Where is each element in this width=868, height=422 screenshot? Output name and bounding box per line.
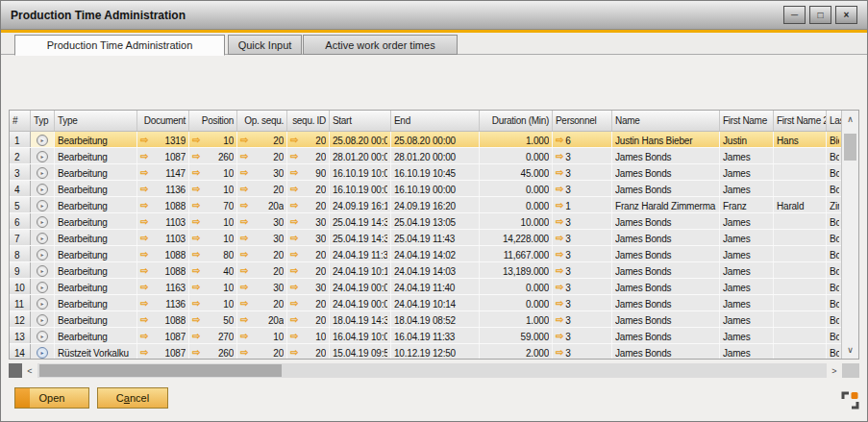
link-arrow-icon[interactable]: ⇨ xyxy=(240,283,248,292)
column-header-end[interactable]: End xyxy=(391,111,480,131)
link-arrow-icon[interactable]: ⇨ xyxy=(290,315,298,325)
column-header-position[interactable]: Position xyxy=(189,111,237,131)
link-arrow-icon[interactable]: ⇨ xyxy=(192,266,200,276)
vertical-scroll-thumb[interactable] xyxy=(844,134,856,161)
column-header-first-name[interactable]: First Name xyxy=(720,111,774,131)
link-arrow-icon[interactable]: ⇨ xyxy=(240,315,248,325)
link-arrow-icon[interactable]: ⇨ xyxy=(240,234,248,243)
link-arrow-icon[interactable]: ⇨ xyxy=(240,348,248,358)
column-header-num[interactable]: # xyxy=(10,111,31,131)
table-row[interactable]: 3▸Bearbeitung⇨1147⇨10⇨30⇨9016.10.19 10:0… xyxy=(10,164,843,181)
link-arrow-icon[interactable]: ⇨ xyxy=(556,266,563,276)
link-arrow-icon[interactable]: ⇨ xyxy=(240,299,248,309)
table-row[interactable]: 10▸Bearbeitung⇨1163⇨10⇨30⇨3024.04.19 00:… xyxy=(10,279,843,295)
column-header-document[interactable]: Document xyxy=(137,111,189,131)
link-arrow-icon[interactable]: ⇨ xyxy=(140,217,148,227)
link-arrow-icon[interactable]: ⇨ xyxy=(556,348,563,358)
link-arrow-icon[interactable]: ⇨ xyxy=(290,250,298,260)
link-arrow-icon[interactable]: ⇨ xyxy=(192,152,200,161)
tab-production-time-administration[interactable]: Production Time Administration xyxy=(14,35,225,56)
tab-quick-input[interactable]: Quick Input xyxy=(228,35,302,55)
scroll-up-icon[interactable]: ∧ xyxy=(842,111,858,128)
link-arrow-icon[interactable]: ⇨ xyxy=(140,332,148,341)
table-row[interactable]: 11▸Bearbeitung⇨1136⇨10⇨20⇨2024.04.19 00:… xyxy=(10,295,843,311)
link-arrow-icon[interactable]: ⇨ xyxy=(290,201,298,211)
column-header-personnel[interactable]: Personnel xyxy=(553,111,612,131)
link-arrow-icon[interactable]: ⇨ xyxy=(290,185,298,194)
table-row[interactable]: 2▸Bearbeitung⇨1087⇨260⇨20⇨2028.01.20 00:… xyxy=(10,148,843,164)
link-arrow-icon[interactable]: ⇨ xyxy=(192,136,200,145)
link-arrow-icon[interactable]: ⇨ xyxy=(192,299,200,309)
table-row[interactable]: 4▸Bearbeitung⇨1136⇨10⇨20⇨2016.10.19 00:0… xyxy=(10,181,843,197)
link-arrow-icon[interactable]: ⇨ xyxy=(556,185,563,194)
table-row[interactable]: 9▸Bearbeitung⇨1088⇨40⇨20⇨2024.04.19 10:1… xyxy=(10,262,843,279)
link-arrow-icon[interactable]: ⇨ xyxy=(240,266,248,276)
column-header-name[interactable]: Name xyxy=(612,111,720,131)
table-row[interactable]: 14▸Rüstzeit Vorkalku⇨1087⇨260⇨20⇨2015.04… xyxy=(10,344,843,360)
tab-active-work-order-times[interactable]: Active work order times xyxy=(303,35,458,55)
link-arrow-icon[interactable]: ⇨ xyxy=(140,266,148,276)
link-arrow-icon[interactable]: ⇨ xyxy=(556,332,563,341)
link-arrow-icon[interactable]: ⇨ xyxy=(556,217,563,227)
link-arrow-icon[interactable]: ⇨ xyxy=(192,283,200,292)
link-arrow-icon[interactable]: ⇨ xyxy=(290,168,298,178)
link-arrow-icon[interactable]: ⇨ xyxy=(140,348,148,358)
table-row[interactable]: 7▸Bearbeitung⇨1103⇨10⇨30⇨3025.04.19 14:3… xyxy=(10,230,843,246)
title-bar[interactable]: Production Time Administration ─ □ × xyxy=(1,1,867,30)
horizontal-scroll-track[interactable] xyxy=(37,363,827,378)
column-header-type[interactable]: Type xyxy=(55,111,137,131)
table-row[interactable]: 5▸Bearbeitung⇨1088⇨70⇨20a⇨2024.09.19 16:… xyxy=(10,197,843,213)
link-arrow-icon[interactable]: ⇨ xyxy=(192,168,200,178)
link-arrow-icon[interactable]: ⇨ xyxy=(192,315,200,325)
link-arrow-icon[interactable]: ⇨ xyxy=(240,168,248,178)
link-arrow-icon[interactable]: ⇨ xyxy=(556,201,563,211)
link-arrow-icon[interactable]: ⇨ xyxy=(556,250,563,260)
scroll-left-icon[interactable]: < xyxy=(22,363,37,378)
link-arrow-icon[interactable]: ⇨ xyxy=(240,136,248,145)
link-arrow-icon[interactable]: ⇨ xyxy=(290,266,298,276)
link-arrow-icon[interactable]: ⇨ xyxy=(140,136,148,145)
link-arrow-icon[interactable]: ⇨ xyxy=(192,201,200,211)
link-arrow-icon[interactable]: ⇨ xyxy=(192,332,200,341)
column-header-typ[interactable]: Typ xyxy=(31,111,55,131)
link-arrow-icon[interactable]: ⇨ xyxy=(140,283,148,292)
link-arrow-icon[interactable]: ⇨ xyxy=(240,185,248,194)
link-arrow-icon[interactable]: ⇨ xyxy=(240,250,248,260)
table-row[interactable]: 6▸Bearbeitung⇨1103⇨10⇨30⇨3025.04.19 14:3… xyxy=(10,213,843,230)
link-arrow-icon[interactable]: ⇨ xyxy=(290,217,298,227)
link-arrow-icon[interactable]: ⇨ xyxy=(556,152,563,161)
link-arrow-icon[interactable]: ⇨ xyxy=(290,152,298,161)
cancel-button[interactable]: Cancel xyxy=(97,387,168,409)
link-arrow-icon[interactable]: ⇨ xyxy=(240,332,248,341)
link-arrow-icon[interactable]: ⇨ xyxy=(140,152,148,161)
table-row[interactable]: 12▸Bearbeitung⇨1088⇨50⇨20a⇨2018.04.19 14… xyxy=(10,311,843,328)
close-button[interactable]: × xyxy=(835,6,857,24)
link-arrow-icon[interactable]: ⇨ xyxy=(290,348,298,358)
link-arrow-icon[interactable]: ⇨ xyxy=(556,168,563,178)
link-arrow-icon[interactable]: ⇨ xyxy=(290,299,298,309)
resize-grip-icon[interactable] xyxy=(841,391,859,410)
link-arrow-icon[interactable]: ⇨ xyxy=(192,185,200,194)
link-arrow-icon[interactable]: ⇨ xyxy=(140,250,148,260)
table-row[interactable]: 13▸Bearbeitung⇨1087⇨270⇨10⇨1016.04.19 10… xyxy=(10,328,843,344)
link-arrow-icon[interactable]: ⇨ xyxy=(290,234,298,243)
column-header-first-name-2[interactable]: First Name 2 xyxy=(774,111,827,131)
link-arrow-icon[interactable]: ⇨ xyxy=(240,152,248,161)
link-arrow-icon[interactable]: ⇨ xyxy=(556,234,563,243)
link-arrow-icon[interactable]: ⇨ xyxy=(192,217,200,227)
table-row[interactable]: 8▸Bearbeitung⇨1088⇨80⇨20⇨2024.04.19 11:3… xyxy=(10,246,843,262)
link-arrow-icon[interactable]: ⇨ xyxy=(290,136,298,145)
link-arrow-icon[interactable]: ⇨ xyxy=(192,234,200,243)
link-arrow-icon[interactable]: ⇨ xyxy=(192,348,200,358)
link-arrow-icon[interactable]: ⇨ xyxy=(290,332,298,341)
scroll-down-icon[interactable]: ∨ xyxy=(842,341,858,359)
link-arrow-icon[interactable]: ⇨ xyxy=(290,283,298,292)
column-header-start[interactable]: Start xyxy=(330,111,391,131)
link-arrow-icon[interactable]: ⇨ xyxy=(556,283,563,292)
column-header-op-sequ[interactable]: Op. sequ. xyxy=(237,111,287,131)
link-arrow-icon[interactable]: ⇨ xyxy=(240,201,248,211)
link-arrow-icon[interactable]: ⇨ xyxy=(192,250,200,260)
column-header-sequ-id[interactable]: sequ. ID xyxy=(287,111,330,131)
link-arrow-icon[interactable]: ⇨ xyxy=(140,315,148,325)
column-header-duration[interactable]: Duration (Min) xyxy=(480,111,553,131)
